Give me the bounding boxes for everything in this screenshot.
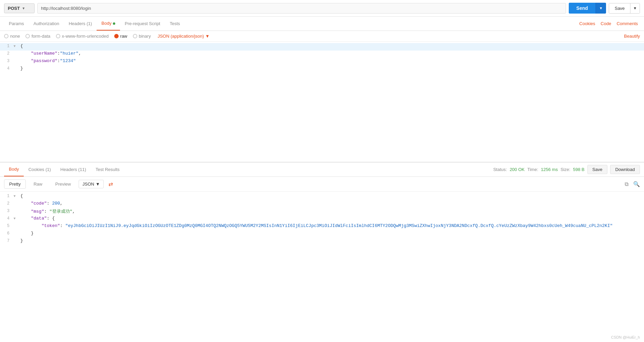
resp-line-6: 6 } xyxy=(0,230,644,238)
body-type-row: none form-data x-www-form-urlencoded raw… xyxy=(0,31,644,42)
tab-headers[interactable]: Headers (1) xyxy=(64,17,97,30)
resp-line-2: 2 "code": 200, xyxy=(0,201,644,208)
send-button[interactable]: Send xyxy=(569,3,595,14)
response-save-button[interactable]: Save xyxy=(587,165,608,174)
size-value: 598 B xyxy=(573,167,585,172)
method-chevron-icon: ▼ xyxy=(22,6,25,10)
radio-raw-circle xyxy=(114,34,119,38)
resp-line-5: 5 "token": "eyJhbGciOiJIUzI1NiJ9.eyJqdGk… xyxy=(0,223,644,230)
radio-urlencoded[interactable]: x-www-form-urlencoded xyxy=(56,34,109,39)
resp-tab-body[interactable]: Body xyxy=(4,163,24,176)
request-code-lines: 1 ▼ { 2 "userName":"huier", 3 "password"… xyxy=(0,42,644,74)
json-type-select[interactable]: JSON (application/json) ▼ xyxy=(158,34,209,39)
resp-line-3: 3 "msg": "登录成功", xyxy=(0,208,644,215)
beautify-button[interactable]: Beautify xyxy=(624,34,640,39)
resp-line-4: 4 ▼ "data": { xyxy=(0,215,644,223)
resp-tab-test-results[interactable]: Test Results xyxy=(91,163,124,176)
wrap-lines-button[interactable]: ⇄ xyxy=(106,181,115,187)
status-value: 200 OK xyxy=(510,167,525,172)
watermark: CSDN @HuiEr_h xyxy=(611,335,640,339)
radio-urlencoded-circle xyxy=(56,34,60,38)
resp-tab-cookies[interactable]: Cookies (1) xyxy=(24,163,56,176)
time-value: 1256 ms xyxy=(541,167,558,172)
req-line-2: 2 "userName":"huier", xyxy=(0,51,644,58)
status-label: Status: xyxy=(493,167,507,172)
send-btn-group: Send ▼ xyxy=(569,3,606,14)
tab-params[interactable]: Params xyxy=(4,17,29,30)
format-pretty-button[interactable]: Pretty xyxy=(4,179,26,189)
save-dropdown-button[interactable]: ▼ xyxy=(630,3,640,13)
search-icon[interactable]: 🔍 xyxy=(633,181,640,187)
tab-authorization[interactable]: Authorization xyxy=(29,17,64,30)
tab-body[interactable]: Body xyxy=(97,17,120,31)
req-line-3: 3 "password":"1234" xyxy=(0,58,644,65)
format-preview-button[interactable]: Preview xyxy=(50,179,76,189)
cookies-link[interactable]: Cookies xyxy=(577,17,597,30)
url-input[interactable] xyxy=(37,3,566,14)
size-label: Size: xyxy=(561,167,570,172)
tab-tests[interactable]: Tests xyxy=(165,17,185,30)
json-type-chevron-icon: ▼ xyxy=(205,34,209,39)
save-button[interactable]: Save xyxy=(609,3,630,13)
req-line-4: 4 } xyxy=(0,65,644,73)
time-label: Time: xyxy=(527,167,538,172)
response-editor[interactable]: 1 ▼ { 2 "code": 200, 3 "msg": "登录成功", 4 … xyxy=(0,192,644,342)
radio-binary-circle xyxy=(133,34,137,38)
comments-link[interactable]: Comments xyxy=(615,17,640,30)
radio-none-circle xyxy=(4,34,8,38)
copy-icon[interactable]: ⧉ xyxy=(625,181,628,187)
response-format-row: Pretty Raw Preview JSON ▼ ⇄ ⧉ 🔍 xyxy=(0,177,644,192)
tab-pre-request[interactable]: Pre-request Script xyxy=(120,17,165,30)
radio-form-data[interactable]: form-data xyxy=(25,34,51,39)
status-info: Status: 200 OK Time: 1256 ms Size: 598 B… xyxy=(493,165,640,174)
method-select[interactable]: POST ▼ xyxy=(4,3,35,13)
radio-form-data-circle xyxy=(25,34,30,38)
resp-tab-headers[interactable]: Headers (11) xyxy=(56,163,91,176)
right-tabs: Cookies Code Comments xyxy=(577,17,640,30)
response-tabs-row: Body Cookies (1) Headers (11) Test Resul… xyxy=(0,162,644,177)
body-active-dot xyxy=(113,22,115,25)
top-bar: POST ▼ Send ▼ Save ▼ xyxy=(0,0,644,17)
resp-json-select[interactable]: JSON ▼ xyxy=(79,180,104,188)
resp-json-chevron-icon: ▼ xyxy=(96,182,100,187)
radio-none[interactable]: none xyxy=(4,34,20,39)
resp-line-1: 1 ▼ { xyxy=(0,193,644,201)
code-link[interactable]: Code xyxy=(599,17,613,30)
radio-raw[interactable]: raw xyxy=(114,34,127,39)
method-label: POST xyxy=(8,6,20,11)
send-dropdown-button[interactable]: ▼ xyxy=(596,3,606,14)
save-btn-group: Save ▼ xyxy=(609,3,640,14)
resp-line-7: 7 } xyxy=(0,238,644,245)
radio-binary[interactable]: binary xyxy=(133,34,151,39)
req-line-1: 1 ▼ { xyxy=(0,43,644,51)
format-raw-button[interactable]: Raw xyxy=(28,179,47,189)
request-editor[interactable]: 1 ▼ { 2 "userName":"huier", 3 "password"… xyxy=(0,42,644,162)
request-tabs-row: Params Authorization Headers (1) Body Pr… xyxy=(0,17,644,31)
response-download-button[interactable]: Download xyxy=(610,165,640,174)
